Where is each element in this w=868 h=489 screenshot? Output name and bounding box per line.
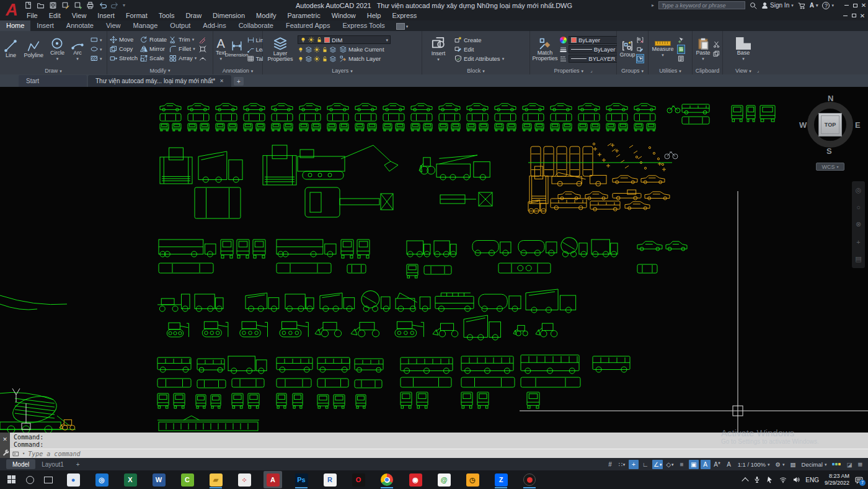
drawing-canvas[interactable]: N S W E TOP WCS▾ ◎ ○ ⊗ + ▤	[0, 87, 868, 433]
clock[interactable]: 8:23 AM 9/29/2022	[825, 473, 849, 487]
save-icon[interactable]	[48, 1, 58, 10]
ribbon-tab-extra[interactable]: ▾	[396, 23, 409, 30]
stretch-button[interactable]: Stretch	[110, 54, 138, 62]
trim-button[interactable]: Trim▾	[169, 35, 197, 43]
pan-icon[interactable]: ○	[856, 204, 861, 211]
match-layer-button[interactable]: Match Layer	[340, 55, 381, 63]
move-button[interactable]: Move	[110, 35, 138, 43]
panel-label-properties[interactable]: Properties▾⌟	[530, 67, 616, 74]
compass-south[interactable]: S	[826, 146, 832, 156]
qat-customize-icon[interactable]: ▾	[123, 2, 125, 8]
menu-draw[interactable]: Draw	[180, 12, 207, 19]
join-button[interactable]	[199, 54, 206, 62]
menu-dimension[interactable]: Dimension	[207, 12, 250, 19]
cut-button[interactable]	[713, 40, 720, 48]
status-customization-menu[interactable]: ≡	[856, 460, 864, 469]
panel-label-clipboard[interactable]: Clipboard	[693, 67, 722, 74]
copy-clip-button[interactable]	[713, 50, 720, 58]
taskbar-app-clock-app[interactable]: ◷	[463, 471, 482, 488]
status-annotation-monitor-icon[interactable]: ▤	[789, 461, 798, 468]
tray-expand-icon[interactable]	[742, 477, 749, 484]
compass-north[interactable]: N	[828, 94, 833, 103]
panel-label-draw[interactable]: Draw▾	[0, 67, 107, 74]
taskbar-app-blue-app[interactable]: ◎	[92, 471, 111, 488]
hatch-button[interactable]: ▾	[91, 55, 102, 63]
task-view-button[interactable]	[44, 477, 53, 483]
help-button[interactable]: ?▾	[822, 2, 834, 9]
menu-help[interactable]: Help	[361, 12, 387, 19]
paste-button[interactable]: Paste▾	[695, 32, 711, 66]
status-object-snap-tracking-toggle[interactable]: ≡	[677, 460, 687, 469]
compass-west[interactable]: W	[799, 120, 807, 130]
scale-button[interactable]: Scale	[140, 54, 167, 62]
microphone-icon[interactable]	[753, 476, 761, 483]
autocad-logo[interactable]: A	[2, 0, 21, 21]
ribbon-tab-add-ins[interactable]: Add-ins	[197, 20, 232, 31]
notification-center-button[interactable]: 7	[855, 476, 863, 484]
navigation-bar[interactable]: ◎ ○ ⊗ + ▤	[852, 181, 865, 268]
layer-dropdown[interactable]: DIM ▾	[298, 35, 391, 44]
new-drawing-tab-button[interactable]: +	[234, 77, 244, 86]
group-edit-button[interactable]	[637, 45, 644, 53]
rectangle-button[interactable]: ▾	[91, 36, 102, 44]
ribbon-tab-insert[interactable]: Insert	[30, 20, 60, 31]
layout1-tab[interactable]: Layout1	[35, 459, 70, 469]
line-button[interactable]: Line	[4, 32, 17, 66]
create-block-button[interactable]: Create	[454, 36, 504, 44]
menu-format[interactable]: Format	[120, 12, 153, 19]
taskbar-app-zalo[interactable]: Z	[492, 471, 510, 488]
close-button[interactable]: ✕	[859, 1, 868, 9]
arc-button[interactable]: Arc▾	[71, 32, 84, 66]
print-icon[interactable]	[86, 1, 95, 10]
ungroup-button[interactable]	[637, 36, 644, 44]
ribbon-tab-collaborate[interactable]: Collaborate	[232, 20, 280, 31]
ellipse-button[interactable]: ▾	[91, 45, 102, 53]
taskbar-app-photoshop[interactable]: Ps	[292, 471, 311, 488]
showmotion-icon[interactable]: ▤	[855, 255, 861, 263]
status-grid-display-toggle[interactable]: #	[605, 460, 615, 469]
status-ortho-mode-toggle[interactable]: ∟	[640, 460, 650, 469]
rotate-button[interactable]: Rotate	[140, 35, 167, 43]
mirror-button[interactable]: Mirror	[140, 45, 167, 53]
app-store-button[interactable]: A▾	[810, 2, 818, 9]
compass-east[interactable]: E	[855, 120, 861, 130]
minimize-button[interactable]	[842, 1, 851, 9]
doc-restore-button[interactable]	[849, 12, 858, 20]
pointer-tool-icon[interactable]	[766, 476, 774, 483]
linetype-dropdown[interactable]: BYLAYER▾	[569, 55, 622, 63]
wcs-dropdown[interactable]: WCS▾	[816, 163, 844, 171]
wifi-icon[interactable]	[779, 476, 787, 483]
command-line-panel[interactable]: ✕ Command:Command: ▾ Type a command	[0, 433, 868, 458]
nav-wheel-icon[interactable]: ◎	[856, 186, 862, 194]
text-button[interactable]: AText▾	[216, 32, 226, 66]
list-button[interactable]	[678, 55, 684, 63]
orbit-icon[interactable]: +	[856, 238, 860, 246]
base-button[interactable]: Base▾	[733, 32, 754, 66]
ribbon-tab-view[interactable]: View	[100, 20, 127, 31]
language-indicator[interactable]: ENG	[805, 477, 819, 483]
search-input[interactable]: Type a keyword or phrase	[658, 1, 745, 9]
menu-modify[interactable]: Modify	[250, 12, 281, 19]
panel-label-groups[interactable]: Groups▾	[617, 67, 648, 74]
menu-insert[interactable]: Insert	[92, 12, 120, 19]
layer-tools-row2[interactable]	[298, 56, 336, 62]
sign-in-button[interactable]: Sign In ▾	[761, 2, 794, 9]
taskbar-app-camtasia[interactable]: C	[178, 471, 197, 488]
panel-label-block[interactable]: Block▾	[422, 67, 529, 74]
ribbon-tab-output[interactable]: Output	[164, 20, 197, 31]
cortana-button[interactable]	[26, 476, 34, 484]
layer-tools-row1[interactable]	[298, 47, 336, 53]
taskbar-app-opera[interactable]: O	[349, 471, 368, 488]
file-tab-start[interactable]: Start	[19, 75, 87, 87]
taskbar-app-autocad[interactable]: A	[264, 471, 282, 488]
taskbar-app-photos[interactable]: ●	[64, 471, 82, 488]
menu-express[interactable]: Express	[386, 12, 422, 19]
command-close-icon[interactable]: ✕	[2, 436, 7, 442]
polyline-button[interactable]: Polyline	[24, 32, 43, 66]
measure-button[interactable]: Measure▾	[651, 32, 675, 66]
new-file-icon[interactable]	[24, 1, 33, 10]
new-layout-button[interactable]: +	[70, 459, 86, 469]
object-color-dropdown[interactable]: ByLayer▾	[569, 36, 622, 44]
status-isolate-objects-icon[interactable]	[830, 463, 843, 465]
search-scope-arrow[interactable]: ▸	[652, 2, 654, 8]
